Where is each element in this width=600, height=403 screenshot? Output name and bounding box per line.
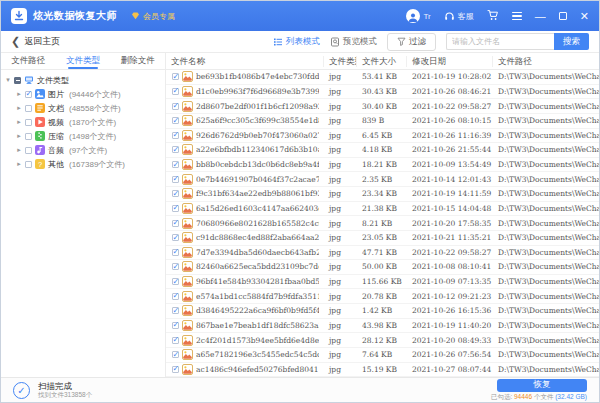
- tree-item-image[interactable]: ▸ 图片 (94446个文件): [1, 87, 165, 101]
- menu-button[interactable]: [512, 12, 522, 20]
- row-checkbox[interactable]: [172, 146, 179, 153]
- table-row[interactable]: 7d7e3394dba5d60daecb643afb2f1119.jpg jpg…: [166, 246, 599, 261]
- table-row[interactable]: 70680966e8021628b165582c4c0d2e05.jpg jpg…: [166, 216, 599, 231]
- tab-deleted-files[interactable]: 删除文件: [110, 53, 165, 69]
- table-row[interactable]: 82460a6625eca5bdd23109bc7dcca2e_t.jpg jp…: [166, 260, 599, 275]
- expand-arrow-icon[interactable]: ▾: [5, 76, 11, 84]
- recover-button[interactable]: 恢复: [497, 379, 587, 392]
- customer-service[interactable]: 客服: [444, 11, 474, 22]
- row-checkbox[interactable]: [172, 234, 179, 241]
- row-checkbox[interactable]: [172, 73, 179, 80]
- row-checkbox[interactable]: [172, 132, 179, 139]
- table-row[interactable]: 96bf41e584b93304281fbaa0bd5c302d_t.jpg j…: [166, 275, 599, 290]
- tree-item-audio[interactable]: ▸ 音频 (97个文件): [1, 143, 165, 157]
- file-size: 23.05 KB: [357, 233, 407, 242]
- row-checkbox[interactable]: [172, 263, 179, 270]
- row-checkbox[interactable]: [172, 176, 179, 183]
- tab-file-type[interactable]: 文件类型: [56, 53, 111, 69]
- table-row[interactable]: a65e7182196e3c5455edc54c5dc912a9_t.jpg j…: [166, 348, 599, 363]
- table-row[interactable]: be693b1fb4086b47e4ebc730fdd2655c_t.jpg j…: [166, 70, 599, 85]
- search-input[interactable]: [446, 33, 554, 50]
- file-type-root-checkbox[interactable]: [14, 77, 21, 84]
- user-account[interactable]: Tr: [406, 9, 431, 23]
- tree-item-video[interactable]: ▸ 视频 (1870个文件): [1, 115, 165, 129]
- expand-arrow-icon[interactable]: ▸: [16, 90, 22, 98]
- row-checkbox[interactable]: [172, 88, 179, 95]
- tree-item-checkbox[interactable]: [25, 105, 32, 112]
- table-row[interactable]: d1c0eb9963f7f6d96689e3b73991f354.jpg jpg…: [166, 85, 599, 100]
- file-name: 625a6f9cc305c3f699c38554e1d8d80f.jpg: [196, 116, 319, 125]
- search-button[interactable]: 搜索: [554, 33, 589, 50]
- table-row[interactable]: bb8b0cebdcb13dc0b6dc8eb9a4fdb090_t.jpg j…: [166, 158, 599, 173]
- row-checkbox[interactable]: [172, 293, 179, 300]
- table-row[interactable]: 6a15d26ed1603c4147aa662403df293d_t.jpg j…: [166, 202, 599, 217]
- table-row[interactable]: 0e7b44691907b0464f37c2acae76f805.jpg jpg…: [166, 172, 599, 187]
- maximize-button[interactable]: [559, 12, 567, 20]
- tree-item-count: (167389个文件): [69, 159, 125, 170]
- vip-badge-label: 会员专属: [143, 11, 175, 22]
- table-row[interactable]: 2c4f201d1573b94ee5bfd6e4d8e2345a_t.jpg j…: [166, 333, 599, 348]
- row-checkbox[interactable]: [172, 249, 179, 256]
- back-home-button[interactable]: ❮ 返回主页: [11, 35, 60, 48]
- tree-item-count: (1498个文件): [69, 131, 116, 142]
- expand-arrow-icon[interactable]: ▸: [16, 104, 22, 112]
- row-checkbox[interactable]: [172, 366, 179, 373]
- table-row[interactable]: 867bae1e7beab1df18dfc58623a3290d.jpg jpg…: [166, 319, 599, 334]
- close-button[interactable]: ✕: [580, 11, 589, 22]
- expand-arrow-icon[interactable]: ▸: [16, 160, 22, 168]
- tree-item-document[interactable]: ▸ 文档 (48558个文件): [1, 101, 165, 115]
- file-type: jpg: [324, 292, 357, 301]
- tree-item-checkbox[interactable]: [25, 161, 32, 168]
- file-path: D:\TW3\Documents\WeChat Files\WeC: [493, 233, 599, 242]
- file-type: jpg: [324, 248, 357, 257]
- vip-badge[interactable]: 会员专属: [131, 11, 175, 22]
- header-file-name[interactable]: 文件名称: [166, 56, 324, 67]
- content-area: 文件路径 文件类型 删除文件 ▾ 文件类型 ▸ 图片 (94446个文件) ▸: [1, 53, 599, 377]
- tree-item-checkbox[interactable]: [25, 133, 32, 140]
- header-file-size[interactable]: 文件大小: [357, 56, 407, 67]
- file-size: 21.38 KB: [357, 204, 407, 213]
- tree-item-checkbox[interactable]: [25, 147, 32, 154]
- expand-arrow-icon[interactable]: ▸: [16, 146, 22, 154]
- table-row[interactable]: f9c31bf634ae22edb9b88061bf93dac5_t.jpg j…: [166, 187, 599, 202]
- list-mode-button[interactable]: 列表模式: [273, 36, 320, 48]
- expand-arrow-icon[interactable]: ▸: [16, 132, 22, 140]
- row-checkbox[interactable]: [172, 161, 179, 168]
- tree-item-label: 文档: [48, 103, 64, 114]
- table-row[interactable]: 926d6762d9b0eb70f473060a0275eff5_t.jpg j…: [166, 129, 599, 144]
- expand-arrow-icon[interactable]: ▸: [16, 118, 22, 126]
- tab-file-path[interactable]: 文件路径: [1, 53, 56, 69]
- tree-item-archive[interactable]: ▸ 压缩 (1498个文件): [1, 129, 165, 143]
- header-file-path[interactable]: 文件路径: [493, 56, 599, 67]
- tree-item-checkbox[interactable]: [25, 119, 32, 126]
- header-file-type[interactable]: 文件类型: [324, 56, 357, 67]
- filter-button[interactable]: 过滤: [387, 33, 436, 51]
- minimize-button[interactable]: —: [535, 11, 546, 22]
- table-row[interactable]: a22e6bfbdb112340617d6b3b10a00210.jpg jpg…: [166, 143, 599, 158]
- row-checkbox[interactable]: [172, 103, 179, 110]
- file-path: D:\TW3\Documents\WeChat Files\WeC: [493, 189, 599, 198]
- row-checkbox[interactable]: [172, 337, 179, 344]
- row-checkbox[interactable]: [172, 351, 179, 358]
- table-row[interactable]: 625a6f9cc305c3f699c38554e1d8d80f.jpg jpg…: [166, 114, 599, 129]
- tree-item-other[interactable]: ▸ 其他 (167389个文件): [1, 157, 165, 171]
- cart-button[interactable]: [487, 7, 499, 25]
- file-path: D:\TW3\Documents\WeChat Files\WeC: [493, 262, 599, 271]
- table-row[interactable]: 2d8607be2df001f1b6cf12098a93b928.jpg jpg…: [166, 99, 599, 114]
- preview-mode-button[interactable]: 预览模式: [330, 36, 377, 48]
- row-checkbox[interactable]: [172, 190, 179, 197]
- row-checkbox[interactable]: [172, 220, 179, 227]
- row-checkbox[interactable]: [172, 322, 179, 329]
- table-row[interactable]: ac1486c946efed50276bfed8041100b1.jpg jpg…: [166, 363, 599, 378]
- tree-item-checkbox[interactable]: [25, 91, 32, 98]
- row-checkbox[interactable]: [172, 278, 179, 285]
- row-checkbox[interactable]: [172, 205, 179, 212]
- tree-root-label: 文件类型: [37, 75, 69, 86]
- table-row[interactable]: d3846495222a6ca9f6bf0b9fd5f42f16b.jpg jp…: [166, 304, 599, 319]
- row-checkbox[interactable]: [172, 307, 179, 314]
- table-row[interactable]: e574a1bd1cc5884fd7b9fdfa3511f3fc_t.jpg j…: [166, 289, 599, 304]
- row-checkbox[interactable]: [172, 117, 179, 124]
- header-modified-date[interactable]: 修改日期: [407, 56, 493, 67]
- tree-root-file-type[interactable]: ▾ 文件类型: [1, 73, 165, 87]
- table-row[interactable]: c91dc8868ec4ed88f2aba664aa2eee18.jpg jpg…: [166, 231, 599, 246]
